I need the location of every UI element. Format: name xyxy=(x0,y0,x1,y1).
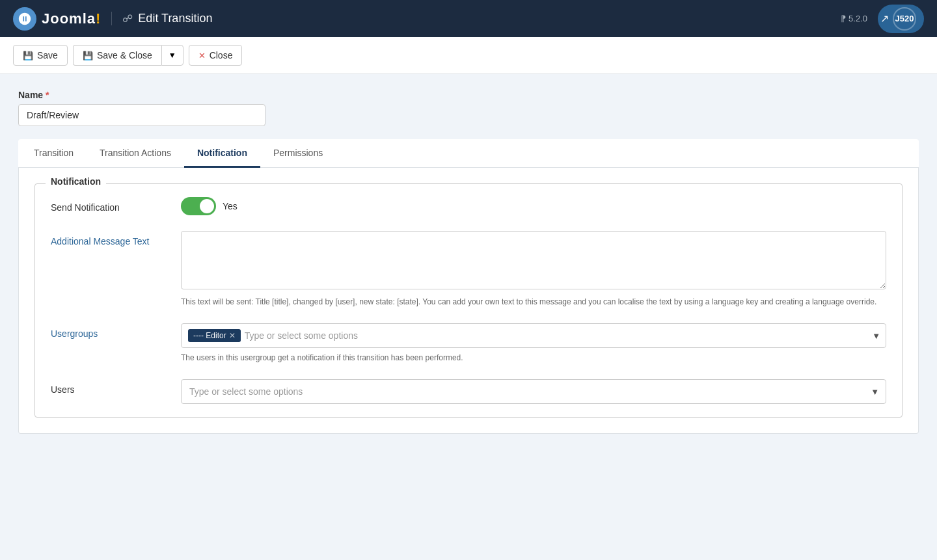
tabs: Transition Transition Actions Notificati… xyxy=(18,139,919,167)
user-menu-button[interactable]: ↗ J520 xyxy=(878,5,924,33)
close-icon: ✕ xyxy=(198,51,206,60)
send-notification-yes-label: Yes xyxy=(223,201,238,211)
required-star: * xyxy=(46,90,49,100)
users-dropdown-icon: ▼ xyxy=(871,387,879,397)
save-close-label: Save & Close xyxy=(97,50,152,60)
tab-notification[interactable]: Notification xyxy=(184,140,260,168)
save-dropdown-button[interactable]: ▼ xyxy=(161,45,183,66)
logout-icon: ↗ xyxy=(880,12,889,25)
save-icon: 💾 xyxy=(23,51,33,60)
usergroups-row: Usergroups ---- Editor ✕ Type or select … xyxy=(51,323,886,364)
users-label: Users xyxy=(51,379,181,395)
tab-transition-actions[interactable]: Transition Actions xyxy=(87,140,184,168)
editor-tag-remove[interactable]: ✕ xyxy=(229,331,236,340)
page-title: Edit Transition xyxy=(138,12,212,25)
name-label: Name * xyxy=(18,90,919,100)
users-control: Type or select some options ▼ xyxy=(181,379,886,404)
save-close-button[interactable]: 💾 Save & Close xyxy=(73,45,161,66)
save-close-icon: 💾 xyxy=(83,51,93,60)
notification-section: Notification Send Notification Yes Addi xyxy=(34,183,903,418)
additional-message-textarea[interactable] xyxy=(181,231,886,289)
topbar: Joomla! ☍ Edit Transition ⁋ 5.2.0 ↗ J520 xyxy=(0,0,937,37)
users-row: Users Type or select some options ▼ xyxy=(51,379,886,404)
avatar: J520 xyxy=(893,7,916,31)
main-content: Name * Transition Transition Actions Not… xyxy=(0,74,937,462)
send-notification-toggle[interactable] xyxy=(181,197,216,215)
name-field-group: Name * xyxy=(18,90,919,126)
save-button[interactable]: 💾 Save xyxy=(13,45,68,66)
version-label: ⁋ 5.2.0 xyxy=(841,14,867,23)
additional-message-hint: This text will be sent: Title [title], c… xyxy=(181,296,886,308)
tab-content-notification: Notification Send Notification Yes Addi xyxy=(18,168,919,434)
send-notification-control: Yes xyxy=(181,197,886,215)
topbar-right: ⁋ 5.2.0 ↗ J520 xyxy=(841,5,924,33)
additional-message-label: Additional Message Text xyxy=(51,231,181,247)
editor-tag: ---- Editor ✕ xyxy=(188,329,241,342)
users-placeholder: Type or select some options xyxy=(189,386,865,397)
usergroups-placeholder: Type or select some options xyxy=(245,330,358,341)
usergroups-select[interactable]: ---- Editor ✕ Type or select some option… xyxy=(181,323,886,348)
tab-transition[interactable]: Transition xyxy=(21,140,87,168)
toolbar: 💾 Save 💾 Save & Close ▼ ✕ Close xyxy=(0,37,937,74)
usergroups-hint: The users in this usergroup get a notifi… xyxy=(181,352,886,364)
joomla-logo-name: Joomla! xyxy=(42,10,101,27)
toggle-slider xyxy=(181,197,216,215)
usergroups-label: Usergroups xyxy=(51,323,181,339)
chevron-down-icon: ▼ xyxy=(169,51,176,60)
joomla-logo-icon xyxy=(13,7,36,31)
tabs-container: Transition Transition Actions Notificati… xyxy=(18,139,919,168)
toggle-wrap: Yes xyxy=(181,197,886,215)
send-notification-row: Send Notification Yes xyxy=(51,197,886,215)
topbar-left: Joomla! ☍ Edit Transition xyxy=(13,7,212,31)
additional-message-control: This text will be sent: Title [title], c… xyxy=(181,231,886,308)
close-label: Close xyxy=(210,50,233,60)
close-button[interactable]: ✕ Close xyxy=(189,45,243,66)
users-select[interactable]: Type or select some options ▼ xyxy=(181,379,886,404)
name-input[interactable] xyxy=(18,104,265,126)
additional-message-row: Additional Message Text This text will b… xyxy=(51,231,886,308)
usergroups-dropdown-icon: ▼ xyxy=(872,331,880,341)
send-notification-label: Send Notification xyxy=(51,197,181,213)
page-header: ☍ Edit Transition xyxy=(111,12,212,25)
section-legend: Notification xyxy=(46,176,106,187)
usergroups-control: ---- Editor ✕ Type or select some option… xyxy=(181,323,886,364)
save-close-group: 💾 Save & Close ▼ xyxy=(73,45,183,66)
joomla-logo[interactable]: Joomla! xyxy=(13,7,101,31)
tab-permissions[interactable]: Permissions xyxy=(260,140,336,168)
page-header-icon: ☍ xyxy=(122,12,133,25)
save-label: Save xyxy=(37,50,58,60)
